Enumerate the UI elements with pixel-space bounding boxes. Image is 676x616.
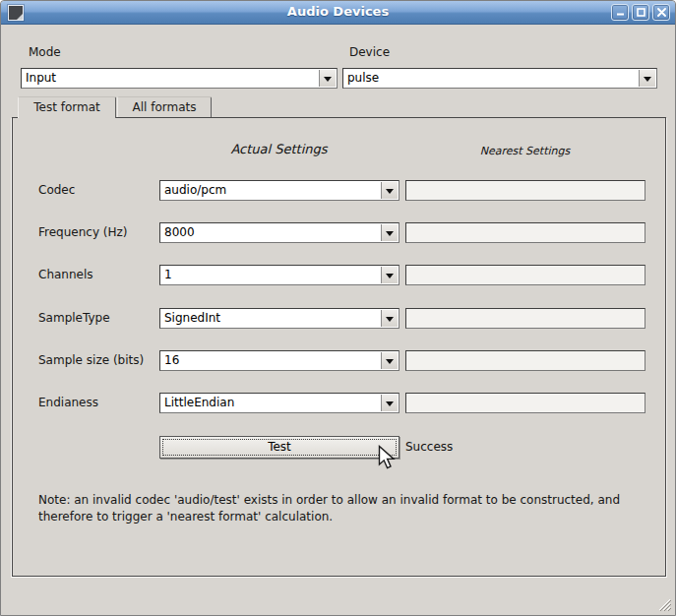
window-title: Audio Devices <box>1 4 675 19</box>
chevron-down-icon <box>319 70 336 87</box>
channels-select-value: 1 <box>164 268 377 281</box>
nearest-settings-heading: Nearest Settings <box>405 145 645 157</box>
chevron-down-icon <box>381 182 398 199</box>
samplesize-select-value: 16 <box>164 353 377 367</box>
maximize-icon <box>637 8 645 17</box>
close-button[interactable] <box>652 4 670 21</box>
sampletype-label: SampleType <box>38 311 110 325</box>
channels-label: Channels <box>38 268 93 281</box>
frequency-select[interactable]: 8000 <box>159 222 399 243</box>
maximize-button[interactable] <box>632 4 649 21</box>
chevron-down-icon <box>381 310 398 327</box>
tab-test-format[interactable]: Test format <box>18 96 116 118</box>
endianess-select-value: LittleEndian <box>164 396 377 409</box>
codec-nearest-field <box>405 180 645 201</box>
sampletype-select[interactable]: SignedInt <box>159 308 399 329</box>
samplesize-nearest-field <box>405 350 645 371</box>
endianess-nearest-field <box>405 393 645 413</box>
tab-all-formats[interactable]: All formats <box>117 96 212 117</box>
sampletype-nearest-field <box>405 308 645 329</box>
chevron-down-icon <box>381 352 398 369</box>
audio-devices-window: Audio Devices Mode Input Device pulse Te… <box>0 0 676 616</box>
sampletype-select-value: SignedInt <box>164 311 377 325</box>
mode-select[interactable]: Input <box>21 68 338 89</box>
channels-nearest-field <box>405 265 645 285</box>
chevron-down-icon <box>381 395 398 411</box>
frequency-select-value: 8000 <box>164 225 377 239</box>
samplesize-label: Sample size (bits) <box>38 353 144 367</box>
minimize-icon <box>616 8 625 17</box>
chevron-down-icon <box>381 267 398 283</box>
mode-select-value: Input <box>26 71 315 85</box>
actual-settings-heading: Actual Settings <box>159 142 399 156</box>
channels-select[interactable]: 1 <box>159 265 399 285</box>
test-format-panel: Actual Settings Nearest Settings Codec a… <box>12 117 666 577</box>
test-button[interactable]: Test <box>159 436 399 459</box>
frequency-label: Frequency (Hz) <box>38 225 128 239</box>
codec-label: Codec <box>38 183 75 197</box>
frequency-nearest-field <box>405 222 645 243</box>
focus-rect <box>162 439 397 456</box>
close-icon <box>657 8 666 17</box>
device-label: Device <box>349 45 390 59</box>
chevron-down-icon <box>381 224 398 241</box>
chevron-down-icon <box>639 70 655 87</box>
mode-label: Mode <box>29 45 61 59</box>
minimize-button[interactable] <box>611 4 629 21</box>
device-select-value: pulse <box>347 71 635 85</box>
endianess-label: Endianess <box>38 396 98 409</box>
resize-grip[interactable] <box>658 598 671 611</box>
codec-select-value: audio/pcm <box>164 183 377 197</box>
codec-select[interactable]: audio/pcm <box>159 180 399 201</box>
samplesize-select[interactable]: 16 <box>159 350 399 371</box>
note-text: Note: an invalid codec 'audio/test' exis… <box>38 492 646 525</box>
endianess-select[interactable]: LittleEndian <box>159 393 399 413</box>
titlebar[interactable]: Audio Devices <box>1 1 675 25</box>
device-select[interactable]: pulse <box>342 68 657 89</box>
status-text: Success <box>405 440 453 454</box>
